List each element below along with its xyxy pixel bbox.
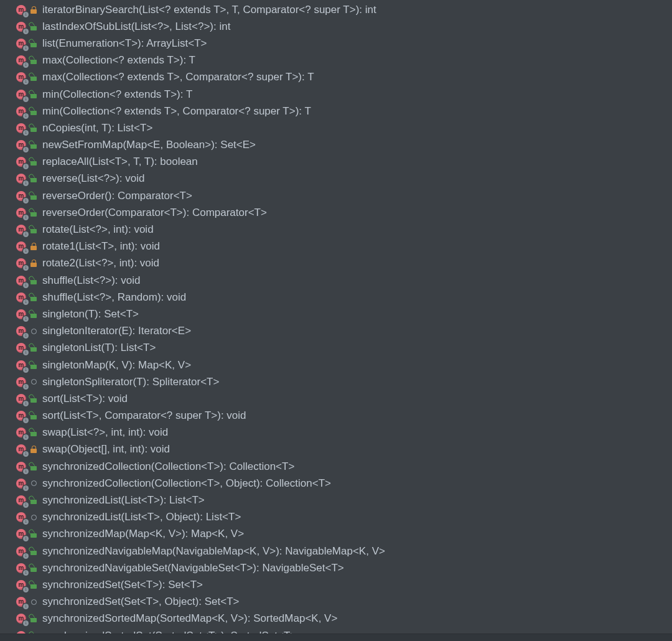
override-overlay-icon [23,198,29,204]
method-signature: max(Collection<? extends T>, Comparator<… [41,71,314,83]
method-signature: singletonSpliterator(T): Spliterator<T> [41,376,219,388]
method-signature: reverseOrder(Comparator<T>): Comparator<… [41,207,267,219]
method-item[interactable]: shuffle(List<?>): void [0,272,672,289]
override-overlay-icon [23,265,29,271]
method-signature: rotate(List<?>, int): void [41,223,154,236]
method-item[interactable]: synchronizedList(List<T>, Object): List<… [0,509,672,526]
override-overlay-icon [23,316,29,322]
method-icon [16,411,26,421]
override-overlay-icon [23,384,29,390]
method-icon [16,208,26,218]
method-item[interactable]: max(Collection<? extends T>): T [0,52,672,69]
method-signature: synchronizedSet(Set<T>, Object): Set<T> [41,596,240,608]
method-signature: min(Collection<? extends T>): T [41,88,192,101]
override-overlay-icon [23,283,29,288]
method-icon [16,377,26,387]
method-icon [16,55,26,65]
method-icon [16,343,26,353]
method-item[interactable]: synchronizedMap(Map<K, V>): Map<K, V> [0,526,672,543]
override-overlay-icon [23,45,29,51]
method-item[interactable]: lastIndexOfSubList(List<?>, List<?>): in… [0,18,672,35]
method-item[interactable]: synchronizedNavigableMap(NavigableMap<K,… [0,543,672,559]
method-item[interactable]: iteratorBinarySearch(List<? extends T>, … [0,1,672,18]
method-icon [16,563,26,573]
method-item[interactable]: singleton(T): Set<T> [0,306,672,322]
method-item[interactable]: swap(Object[], int, int): void [0,441,672,458]
method-item[interactable]: list(Enumeration<T>): ArrayList<T> [0,35,672,52]
method-item[interactable]: max(Collection<? extends T>, Comparator<… [0,69,672,86]
override-overlay-icon [23,485,29,491]
method-item[interactable]: synchronizedSet(Set<T>, Object): Set<T> [0,594,672,611]
method-icon [16,580,26,590]
method-item[interactable]: nCopies(int, T): List<T> [0,119,672,136]
method-item[interactable]: rotate2(List<?>, int): void [0,255,672,272]
method-icon [16,631,26,634]
method-item[interactable]: singletonIterator(E): Iterator<E> [0,323,672,340]
method-icon [16,495,26,505]
method-item[interactable]: rotate(List<?>, int): void [0,221,672,238]
method-item[interactable]: singletonSpliterator(T): Spliterator<T> [0,373,672,390]
method-signature: shuffle(List<?>): void [41,274,141,287]
method-icon [16,428,26,437]
override-overlay-icon [23,469,29,474]
method-item[interactable]: sort(List<T>, Comparator<? super T>): vo… [0,408,672,424]
method-item[interactable]: synchronizedSortedSet(SortedSet<T>): Sor… [0,627,672,634]
method-signature: synchronizedList(List<T>, Object): List<… [41,511,241,523]
method-item[interactable]: min(Collection<? extends T>, Comparator<… [0,103,672,119]
override-overlay-icon [23,536,29,541]
method-item[interactable]: swap(List<?>, int, int): void [0,424,672,441]
method-icon [16,106,26,116]
method-item[interactable]: synchronizedSortedMap(SortedMap<K, V>): … [0,611,672,627]
method-item[interactable]: singletonMap(K, V): Map<K, V> [0,357,672,373]
method-item[interactable]: synchronizedCollection(Collection<T>): C… [0,458,672,475]
method-signature: max(Collection<? extends T>): T [41,54,195,67]
method-item[interactable]: rotate1(List<T>, int): void [0,238,672,255]
method-signature: singletonList(T): List<T> [41,342,156,354]
method-item[interactable]: newSetFromMap(Map<E, Boolean>): Set<E> [0,137,672,154]
method-signature: lastIndexOfSubList(List<?>, List<?>): in… [41,21,230,33]
method-item[interactable]: synchronizedList(List<T>): List<T> [0,492,672,508]
override-overlay-icon [23,96,29,102]
method-signature: synchronizedNavigableSet(NavigableSet<T>… [41,562,344,574]
override-overlay-icon [23,604,29,609]
method-item[interactable]: min(Collection<? extends T>): T [0,86,672,103]
method-signature: reverseOrder(): Comparator<T> [41,190,192,202]
method-list: iteratorBinarySearch(List<? extends T>, … [0,0,672,634]
method-item[interactable]: sort(List<T>): void [0,390,672,407]
override-overlay-icon [23,350,29,355]
method-icon [16,22,26,32]
method-icon [16,123,26,133]
override-overlay-icon [23,418,29,423]
method-item[interactable]: synchronizedCollection(Collection<T>, Ob… [0,475,672,492]
override-overlay-icon [23,147,29,152]
method-signature: rotate2(List<?>, int): void [41,257,159,269]
method-item[interactable]: synchronizedSet(Set<T>): Set<T> [0,576,672,593]
method-signature: swap(List<?>, int, int): void [41,426,168,439]
status-bar [0,634,672,641]
method-item[interactable]: synchronizedNavigableSet(NavigableSet<T>… [0,559,672,576]
method-signature: synchronizedList(List<T>): List<T> [41,494,205,507]
method-signature: iteratorBinarySearch(List<? extends T>, … [41,4,376,16]
override-overlay-icon [23,434,29,440]
method-icon [16,140,26,150]
method-icon [16,394,26,404]
method-icon [16,241,26,251]
method-item[interactable]: reverseOrder(): Comparator<T> [0,187,672,204]
method-signature: sort(List<T>, Comparator<? super T>): vo… [41,409,246,422]
override-overlay-icon [23,587,29,592]
method-signature: singletonMap(K, V): Map<K, V> [41,359,191,372]
method-item[interactable]: replaceAll(List<T>, T, T): boolean [0,154,672,171]
override-overlay-icon [23,79,29,85]
method-item[interactable]: shuffle(List<?>, Random): void [0,289,672,306]
override-overlay-icon [23,519,29,525]
method-item[interactable]: reverseOrder(Comparator<T>): Comparator<… [0,204,672,221]
method-icon [16,546,26,556]
method-signature: replaceAll(List<T>, T, T): boolean [41,156,198,168]
method-item[interactable]: reverse(List<?>): void [0,171,672,187]
method-item[interactable]: singletonList(T): List<T> [0,340,672,357]
method-icon [16,174,26,184]
method-signature: singletonIterator(E): Iterator<E> [41,325,191,337]
method-icon [16,72,26,82]
structure-view: iteratorBinarySearch(List<? extends T>, … [0,0,672,634]
method-signature: sort(List<T>): void [41,393,128,405]
